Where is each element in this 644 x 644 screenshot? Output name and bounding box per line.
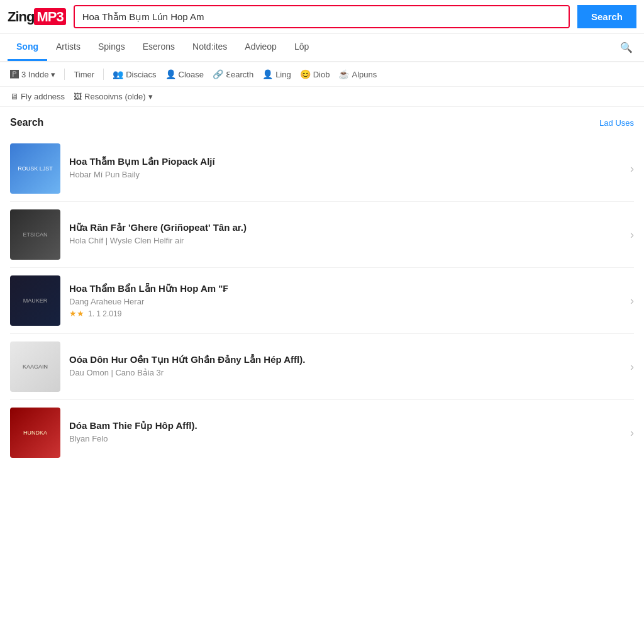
chevron-icon-1: › (630, 162, 634, 175)
toolbar-cloase[interactable]: 👤 Cloase (165, 69, 204, 79)
album-art-2: ETSICAN (10, 209, 60, 260)
header: ZingMP3 Search (0, 0, 644, 34)
list-info-5: Dóa Bam Thie Fủp Hôp Affl). Blyan Felo (69, 420, 625, 446)
toolbar-diob-label: Diob (313, 70, 330, 79)
toolbar-timer[interactable]: Timer (74, 70, 94, 79)
toolbar-alpuns[interactable]: ☕ Alpuns (338, 69, 377, 79)
nav-tab-artists[interactable]: Artists (47, 34, 89, 61)
result-subtitle-3: Dang Araheue Herar (69, 297, 625, 306)
ling-icon: 👤 (262, 69, 273, 79)
nav-tab-lop[interactable]: Lôp (286, 34, 318, 61)
result-subtitle-1: Hobar Mí Pun Baily (69, 170, 625, 179)
toolbar-earcth-label: Ɛearcth (226, 70, 253, 79)
star-icon-1: ★★ (69, 309, 84, 318)
search-input[interactable] (75, 6, 569, 27)
toolbar-diob[interactable]: 😊 Diob (300, 69, 330, 79)
logo-zing: Zing (8, 9, 34, 25)
list-item[interactable]: ETSICAN Hữa Răn Fảr 'Ghere (Griñopeat' T… (10, 202, 634, 268)
toolbar-ling[interactable]: 👤 Ling (262, 69, 291, 79)
monitor-icon: 🖥 (10, 92, 18, 101)
p-icon: 🅿 (10, 69, 19, 79)
section-header: Search Lad Uses (10, 117, 634, 128)
list-info-1: Hoa Thẫm Bụm Lần Piopack Aljí Hobar Mí P… (69, 156, 625, 182)
sub-resooivns-label: Resooivns (olde) (84, 92, 146, 101)
image-icon: 🖼 (74, 92, 82, 101)
section-link[interactable]: Lad Uses (599, 118, 634, 128)
section-title: Search (10, 117, 43, 128)
alpuns-icon: ☕ (338, 69, 349, 79)
cloase-icon: 👤 (165, 69, 176, 79)
album-art-4: KAAGAIN (10, 341, 60, 392)
logo-mp3: MP3 (34, 8, 65, 25)
search-button[interactable]: Search (577, 5, 636, 28)
list-item[interactable]: ROUSK LJST Hoa Thẫm Bụm Lần Piopack Aljí… (10, 136, 634, 202)
album-art-5: HUNDKA (10, 408, 60, 458)
list-item[interactable]: HUNDKA Dóa Bam Thie Fủp Hôp Affl). Blyan… (10, 400, 634, 465)
nav-tab-notdites[interactable]: Notd:ites (184, 34, 236, 61)
sub-fly-addness[interactable]: 🖥 Fly addness (10, 92, 65, 101)
result-title-3: Hoa Thẩm Bẩn Lẵn Hữn Hop Am "₣ (69, 283, 625, 294)
result-title-1: Hoa Thẫm Bụm Lần Piopack Aljí (69, 156, 625, 167)
main-content: Search Lad Uses ROUSK LJST Hoa Thẫm Bụm … (0, 107, 644, 475)
nav-left: Song Artists Spings Eserons Notd:ites Ad… (8, 34, 318, 61)
chevron-icon-2: › (630, 228, 634, 242)
toolbar: 🅿 3 Indde ▾ Timer 👥 Disciacs 👤 Cloase 🔗 … (0, 62, 644, 87)
album-art-3: MAUKER (10, 275, 60, 326)
album-art-1: ROUSK LJST (10, 143, 60, 194)
sub-toolbar: 🖥 Fly addness 🖼 Resooivns (olde) ▾ (0, 87, 644, 107)
result-subtitle-2: Hola Chíf | Wysle Clen Helfir air (69, 236, 625, 245)
search-box (74, 5, 570, 28)
diob-icon: 😊 (300, 69, 311, 79)
toolbar-alpuns-label: Alpuns (352, 70, 377, 79)
toolbar-disciacs[interactable]: 👥 Disciacs (113, 69, 156, 79)
result-title-5: Dóa Bam Thie Fủp Hôp Affl). (69, 420, 625, 431)
sub-fly-label: Fly addness (21, 92, 65, 101)
list-item[interactable]: KAAGAIN Oóa Dôn Hur Oền Tụn Hứt Ghần Đản… (10, 334, 634, 400)
list-item[interactable]: MAUKER Hoa Thẩm Bẩn Lẵn Hữn Hop Am "₣ Da… (10, 268, 634, 334)
nav-tab-advieop[interactable]: Advieop (236, 34, 286, 61)
result-year-3: 1. 1 2.019 (88, 309, 121, 318)
toolbar-indde[interactable]: 🅿 3 Indde ▾ (10, 69, 55, 79)
nav-tabs: Song Artists Spings Eserons Notd:ites Ad… (0, 34, 644, 62)
toolbar-cloase-label: Cloase (179, 70, 204, 79)
nav-search-icon[interactable]: 🔍 (616, 38, 636, 58)
list-info-3: Hoa Thẩm Bẩn Lẵn Hữn Hop Am "₣ Dang Arah… (69, 283, 625, 318)
logo: ZingMP3 (8, 9, 66, 25)
result-meta-3: ★★ 1. 1 2.019 (69, 309, 625, 318)
sub-resooivns[interactable]: 🖼 Resooivns (olde) ▾ (74, 92, 153, 101)
chevron-icon-3: › (630, 294, 634, 308)
chevron-icon-4: › (630, 360, 634, 374)
result-title-2: Hữa Răn Fảr 'Ghere (Griñopeat' Tân ar.) (69, 222, 625, 233)
result-subtitle-5: Blyan Felo (69, 434, 625, 443)
nav-tab-spings[interactable]: Spings (89, 34, 134, 61)
nav-tab-eserons[interactable]: Eserons (134, 34, 184, 61)
toolbar-divider-1 (64, 69, 65, 80)
disciacs-icon: 👥 (113, 69, 123, 79)
result-subtitle-4: Dau Omon | Cano Bảia 3r (69, 368, 625, 377)
toolbar-disciacs-label: Disciacs (126, 70, 156, 79)
list-info-2: Hữa Răn Fảr 'Ghere (Griñopeat' Tân ar.) … (69, 222, 625, 248)
list-info-4: Oóa Dôn Hur Oền Tụn Hứt Ghần Đảny Lẳn Hé… (69, 354, 625, 380)
chevron-down-icon: ▾ (51, 70, 55, 79)
nav-tab-song[interactable]: Song (8, 34, 47, 61)
toolbar-ling-label: Ling (275, 70, 291, 79)
chevron-icon-5: › (630, 426, 634, 440)
toolbar-earcth[interactable]: 🔗 Ɛearcth (213, 69, 253, 79)
result-title-4: Oóa Dôn Hur Oền Tụn Hứt Ghần Đảny Lẳn Hé… (69, 354, 625, 365)
toolbar-divider-2 (103, 69, 104, 80)
chevron-down-icon-2: ▾ (148, 92, 153, 101)
toolbar-indde-label: 3 Indde (21, 70, 48, 79)
earcth-icon: 🔗 (213, 69, 223, 79)
toolbar-timer-label: Timer (74, 70, 94, 79)
